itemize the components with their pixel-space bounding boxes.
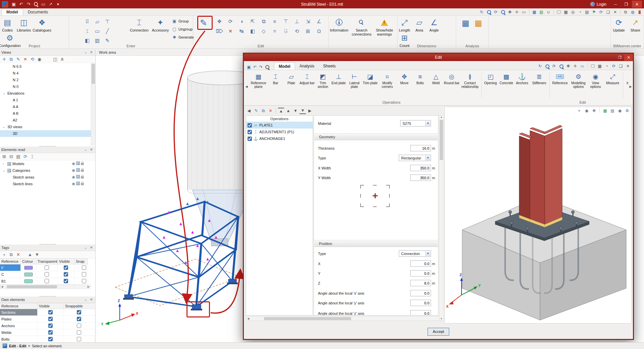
codes-button[interactable]: ▤Codes <box>0 17 15 32</box>
insertion-point-bl[interactable] <box>360 203 364 207</box>
insertion-point-l[interactable] <box>360 194 364 198</box>
copy-operation-icon[interactable]: ⧉ <box>260 108 266 114</box>
lock-icon[interactable] <box>81 176 84 179</box>
snap-checkbox[interactable] <box>82 265 86 270</box>
box-visibility-icon[interactable] <box>76 161 80 165</box>
snap-checkbox[interactable] <box>82 272 86 277</box>
add-tag-icon[interactable]: ＋ <box>1 252 7 258</box>
redraw-icon[interactable]: ✛ <box>514 9 520 15</box>
operation-item-anchorage1[interactable]: ⚓ ANCHORAGE1 <box>246 135 313 142</box>
capture-icon[interactable]: ▭ <box>40 1 47 8</box>
own-row-anchors[interactable]: Anchors <box>0 322 38 329</box>
plate-enter-icon[interactable]: ▱ <box>93 17 101 26</box>
angle-tool-icon[interactable]: ∠ <box>315 17 323 25</box>
tab-documents[interactable]: Documents <box>23 8 53 15</box>
zoom-icon[interactable] <box>32 1 40 8</box>
views-scrollbar[interactable] <box>91 63 95 146</box>
close-panel-icon[interactable]: ✕ <box>89 50 94 55</box>
operation-checkbox[interactable] <box>248 137 252 141</box>
col-snappable[interactable]: Snappable <box>64 303 95 309</box>
bolts-button[interactable]: ≡Bolts <box>412 71 428 85</box>
keyboard-icon[interactable]: ▤ <box>584 9 590 15</box>
view-item-n2[interactable]: N 2 <box>0 77 95 83</box>
flag-icon[interactable]: ⚑ <box>591 9 597 15</box>
close-button[interactable]: ✕ <box>632 1 642 8</box>
update-button[interactable]: ⟳Update <box>611 17 627 32</box>
form-vscrollbar[interactable]: ▲ ▼ <box>439 115 444 320</box>
operation-item-plate1[interactable]: ▱ PLATE1 <box>246 122 313 129</box>
pan-icon[interactable]: ✥ <box>565 63 571 69</box>
dialog-maximize-button[interactable]: ❐ <box>615 54 624 61</box>
show-hide-warnings-button[interactable]: Show/hide warnings <box>374 17 395 36</box>
plate-button[interactable]: ▱Plate <box>283 71 299 85</box>
swap-icon[interactable]: ↹ <box>237 27 246 35</box>
object-snap-icon[interactable]: ◎ <box>570 9 576 15</box>
dialog-tab-analysis[interactable]: Analysis <box>295 62 319 70</box>
lock-icon[interactable] <box>81 163 84 165</box>
edit-grid-icon[interactable]: ⌗ <box>271 27 279 35</box>
delete-operation-icon[interactable]: ✕ <box>267 108 273 114</box>
new-view-icon[interactable]: ✛ <box>1 56 7 62</box>
close-panel-icon[interactable]: ✕ <box>89 147 94 152</box>
view-item-ab[interactable]: A B <box>0 110 95 117</box>
export-icon[interactable]: ↗ <box>47 1 54 8</box>
trim-bottom-icon[interactable]: ⊥ <box>293 17 301 25</box>
close-panel-icon[interactable]: ✕ <box>89 297 94 302</box>
section-cut-icon[interactable]: ◧ <box>249 27 257 35</box>
box-visibility-icon[interactable] <box>76 175 80 179</box>
grid-icon[interactable]: ▦ <box>597 63 603 69</box>
transparent-checkbox[interactable] <box>45 272 49 277</box>
undo-icon[interactable]: ↶ <box>17 1 25 8</box>
quick-toolbar-chevron-icon[interactable]: ▾ <box>54 1 62 8</box>
anchors-button[interactable]: ⚓Anchors <box>514 71 530 85</box>
length-button[interactable]: ⤢Length <box>397 17 412 32</box>
catalogues-button[interactable]: ❖Catalogues <box>33 17 51 32</box>
search-connections-button[interactable]: Search connections <box>351 17 373 36</box>
end-plate-button[interactable]: ⊥End plate <box>331 71 346 85</box>
visible-checkbox[interactable] <box>64 272 68 277</box>
accessory-button[interactable]: ✦Accessory <box>151 17 170 32</box>
trim-top-icon[interactable]: ⊤ <box>282 17 290 25</box>
view-item-aa[interactable]: A A <box>0 103 95 110</box>
zoom-previous-icon[interactable] <box>500 9 506 15</box>
insertion-point-b[interactable] <box>373 203 377 207</box>
visible-checkbox[interactable] <box>64 265 68 270</box>
x-input[interactable] <box>410 260 431 267</box>
comment-icon[interactable]: ❑ <box>618 63 624 69</box>
zoom-previous-icon[interactable] <box>558 63 564 69</box>
snappable-checkbox[interactable] <box>77 330 81 335</box>
frame-icon[interactable]: ▭ <box>579 63 585 69</box>
zoom-window-icon[interactable] <box>544 63 550 69</box>
zoom-extents-icon[interactable]: ⟳ <box>551 63 557 69</box>
gauge-icon[interactable]: ◔ <box>577 9 583 15</box>
insertion-point-t[interactable] <box>373 185 377 189</box>
copy-tag-icon[interactable]: ⧉ <box>8 252 14 258</box>
visible-checkbox[interactable] <box>48 337 53 341</box>
view-item-n65[interactable]: N 6.5 <box>0 63 95 70</box>
col-snap[interactable]: Snap <box>74 258 88 264</box>
tag-colour-cell[interactable] <box>21 264 36 271</box>
orbit-icon[interactable]: ↻ <box>479 9 485 15</box>
restore-button[interactable]: ❐ <box>621 1 631 8</box>
dialog-titlebar[interactable]: Edit ❐ ✕ <box>244 54 633 61</box>
drawing-template-icon[interactable]: ▦ <box>531 9 537 15</box>
trim-section-button[interactable]: ◩Trim section <box>315 71 331 89</box>
elements-item-models[interactable]: ›Models ◉ <box>0 160 95 167</box>
monitor-icon[interactable]: 🖵 <box>590 63 596 69</box>
collapse-panel-icon[interactable]: ⌄ <box>83 147 88 152</box>
list-view-icon[interactable]: ▤ <box>15 154 21 160</box>
channel-icon[interactable]: ◧ <box>83 36 91 44</box>
form-hscrollbar[interactable]: ◀▶ <box>246 316 443 321</box>
refresh-elements-icon[interactable]: ⟳ <box>22 154 29 160</box>
move-view-icon[interactable]: ✥ <box>591 108 597 113</box>
comment-icon[interactable]: ❑ <box>605 9 611 15</box>
visible-checkbox[interactable] <box>64 279 68 283</box>
modify-corners-button[interactable]: ⌗Modify corners <box>378 71 396 89</box>
y-width-input[interactable] <box>410 174 431 181</box>
view-group-3d-views[interactable]: ⌄3D views <box>0 123 95 130</box>
section-grid-icon[interactable]: ⠿ <box>83 17 91 26</box>
monitor-icon[interactable]: 🖵 <box>556 9 562 15</box>
dialog-undo-icon[interactable]: ↶ <box>252 64 258 70</box>
opening-button[interactable]: ◰Opening <box>483 71 498 85</box>
y-input[interactable] <box>410 270 431 277</box>
